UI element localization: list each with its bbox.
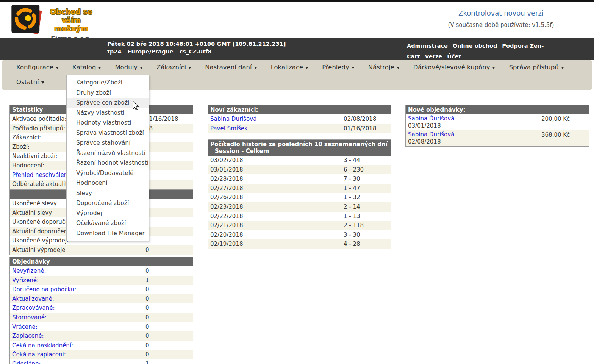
- table-row: 02/19/20184 - 28: [208, 239, 391, 249]
- row-label[interactable]: Zaplacené:: [12, 333, 44, 339]
- menu-item-label: Katalog: [72, 64, 96, 71]
- new-orders-panel: Nové objednávky: Sabina Ďurišová03/01/20…: [405, 105, 589, 147]
- history-date: 02/23/2018: [210, 203, 243, 210]
- counter-history-panel-title: Počítadlo historie za posledních 10 zazn…: [208, 140, 391, 156]
- menu-item-konfigurace[interactable]: Konfigurace: [16, 60, 59, 75]
- dropdown-item-doporu-en-zbo[interactable]: Doporučené zboží: [67, 198, 149, 208]
- menu-item-n-stroje[interactable]: Nástroje: [368, 60, 400, 75]
- row-label: Ukončené slevy: [12, 200, 57, 207]
- menu-item-lokalizace[interactable]: Lokalizace: [271, 60, 309, 75]
- dropdown-item-download-file-manager[interactable]: Download File Manager: [67, 228, 149, 239]
- menu-item-ostatn[interactable]: Ostatní: [16, 75, 44, 89]
- order-amount: 368,00 Kč: [541, 131, 570, 139]
- row-value: 0: [145, 285, 149, 294]
- table-row: 03/01/20186 - 230: [208, 165, 391, 175]
- row-label[interactable]: Zpracovávané:: [12, 305, 55, 311]
- row-label[interactable]: Vyřízené:: [12, 277, 39, 284]
- table-row: 02/22/20181 - 13: [208, 212, 391, 221]
- table-row: 02/26/20181 - 32: [208, 193, 391, 202]
- row-label[interactable]: Stornované:: [12, 314, 47, 321]
- history-sessions-total: 3 - 30: [344, 230, 360, 240]
- row-value: 0: [145, 266, 149, 276]
- table-row: 02/20/20183 - 30: [208, 230, 391, 240]
- row-label: Ukončené výprodeje: [12, 237, 70, 244]
- menu-item-moduly[interactable]: Moduly: [115, 60, 143, 75]
- table-row: 03/02/20183 - 44: [208, 156, 391, 165]
- chevron-down-icon: [561, 67, 564, 69]
- dropdown-item-hodnoty-vlastnost[interactable]: Hodnoty vlastností: [67, 118, 149, 128]
- dropdown-item-spr-vce-stahov-n[interactable]: Správce stahování: [67, 138, 149, 148]
- dropdown-item-hodnocen[interactable]: Hodnocení: [67, 178, 149, 188]
- customer-name-link[interactable]: Pavel Smíšek: [210, 125, 248, 132]
- chevron-down-icon: [188, 67, 191, 69]
- row-label[interactable]: Nevyřízené:: [12, 267, 46, 274]
- check-new-version-link[interactable]: Zkontrolovat novou verzi: [458, 9, 544, 17]
- menu-item-label: Nastavení daní: [205, 64, 252, 71]
- row-label[interactable]: Čeká na naskladnění:: [12, 342, 73, 349]
- menu-item-p-ehledy[interactable]: Přehledy: [322, 60, 355, 75]
- history-date: 02/28/2018: [210, 175, 243, 182]
- row-value: 1: [145, 359, 149, 364]
- table-row: 02/21/20182 - 118: [208, 221, 391, 230]
- menu-item-label: Ostatní: [16, 78, 39, 86]
- row-label[interactable]: Doručeno na pobočku:: [12, 286, 76, 293]
- chevron-down-icon: [56, 67, 59, 69]
- menu-item-spr-va-p-stup[interactable]: Správa přístupů: [509, 60, 564, 75]
- dropdown-item-kategorie-zbo[interactable]: Kategorie/Zboží: [67, 78, 149, 88]
- topbar-link-verze[interactable]: Verze: [425, 53, 442, 59]
- menu-item-label: Dárkové/slevové kupóny: [413, 64, 490, 71]
- history-date: 02/19/2018: [210, 241, 243, 247]
- dropdown-item-spr-va-vlastnost-zbo[interactable]: Správa vlastností zboží: [67, 128, 149, 138]
- history-sessions-total: 1 - 13: [344, 212, 360, 221]
- history-sessions-total: 2 - 14: [344, 202, 360, 212]
- row-label[interactable]: Odesláno:: [12, 361, 41, 364]
- table-row: Aktualizované:0: [10, 294, 193, 304]
- history-date: 02/21/2018: [210, 222, 243, 229]
- dropdown-item-slevy[interactable]: Slevy: [67, 188, 149, 198]
- store-logo-icon: [8, 4, 46, 38]
- dropdown-item-spr-vce-cen-zbo[interactable]: Správce cen zboží: [67, 98, 149, 108]
- dropdown-item-azen-hodnot-vlastnost[interactable]: Řazení hodnot vlastností: [67, 158, 149, 168]
- menu-item-d-rkov-slevov-kup-ny[interactable]: Dárkové/slevové kupóny: [413, 60, 496, 75]
- menu-item-label: Správa přístupů: [509, 64, 558, 71]
- menu-item-nastaven-dan[interactable]: Nastavení daní: [205, 60, 257, 75]
- history-date: 02/26/2018: [210, 194, 243, 201]
- topbar-link-online-obchod[interactable]: Online obchod: [453, 43, 497, 49]
- table-row: Odesláno:1: [10, 359, 193, 364]
- topbar-link-et[interactable]: Účet: [447, 53, 461, 59]
- row-label: Zboží:: [12, 144, 30, 150]
- row-value: 0: [145, 331, 149, 341]
- row-value: 0: [145, 313, 149, 322]
- row-value: 01/16/2018: [145, 114, 178, 124]
- row-label[interactable]: Aktualizované:: [12, 295, 54, 302]
- history-date: 02/20/2018: [210, 231, 243, 238]
- menu-item-katalog[interactable]: Katalog: [72, 60, 101, 75]
- dropdown-item-n-zvy-vlastnost[interactable]: Názvy vlastností: [67, 108, 149, 118]
- table-row: Čeká na zaplacení:0: [10, 350, 193, 359]
- table-row: 02/27/20181 - 47: [208, 184, 391, 193]
- counter-history-panel: Počítadlo historie za posledních 10 zazn…: [208, 139, 391, 249]
- table-row: Vyřízené:1: [10, 276, 193, 285]
- row-label[interactable]: Vrácené:: [12, 323, 38, 330]
- menu-item-z-kazn-ci[interactable]: Zákazníci: [156, 60, 191, 75]
- customer-date: 01/16/2018: [344, 124, 376, 133]
- history-sessions-total: 4 - 28: [344, 239, 360, 249]
- dropdown-item-v-prodej[interactable]: Výprodej: [67, 208, 149, 219]
- order-amount: 200,00 Kč: [541, 116, 570, 123]
- history-sessions-total: 3 - 44: [344, 156, 360, 165]
- row-label: Aktuální slevy: [12, 209, 52, 216]
- admin-topbar: Pátek 02 bře 2018 10:48:01 +0100 GMT [10…: [0, 38, 594, 60]
- new-customers-rows: Sabina Ďurišová02/08/2018Pavel Smíšek01/…: [208, 114, 391, 133]
- datetime-line1: Pátek 02 bře 2018 10:48:01 +0100 GMT [10…: [107, 40, 286, 48]
- chevron-down-icon: [98, 67, 101, 69]
- topbar-link-administrace[interactable]: Administrace: [407, 43, 448, 49]
- dropdown-item-azen-n-zv-vlastnost[interactable]: Řazení názvů vlastností: [67, 148, 149, 158]
- row-value: 0: [145, 245, 149, 255]
- dropdown-item-o-ek-van-zbo[interactable]: Očekávané zboží: [67, 218, 149, 228]
- counter-history-title-line1: Počítadlo historie za posledních 10 zazn…: [210, 141, 389, 148]
- customer-name-link[interactable]: Sabina Ďurišová: [210, 116, 256, 122]
- list-item: Pavel Smíšek01/16/2018: [208, 124, 391, 133]
- row-label[interactable]: Čeká na zaplacení:: [12, 351, 66, 358]
- dropdown-item-v-robci-dodavatel[interactable]: Výrobci/Dodavatelé: [67, 168, 149, 178]
- dropdown-item-druhy-zbo[interactable]: Druhy zboží: [67, 88, 149, 98]
